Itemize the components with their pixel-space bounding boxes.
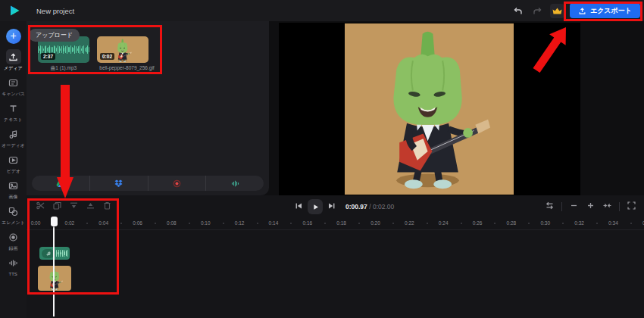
dropbox-button[interactable] [89,176,148,191]
next-frame-button[interactable] [327,200,336,214]
ruler-subtick [630,223,632,224]
copy-button[interactable] [52,200,62,214]
project-title: New project [36,7,74,15]
previous-frame-button[interactable] [294,200,303,214]
elements-icon [6,204,21,219]
split-button[interactable] [36,200,45,214]
ruler-tick-label: 0:26 [473,220,483,226]
sidebar-item-text[interactable]: テキスト [0,101,27,123]
ruler-subtick [290,223,292,224]
media-filename: 曲1 (1).mp3 [33,65,95,72]
sidebar-item-label: ビデオ [6,168,20,174]
ruler-subtick [427,223,428,224]
text-icon [6,101,21,116]
topbar: New project エクスポート [0,0,644,21]
sidebar-item-media[interactable]: メディア [0,49,27,72]
ruler-tick-label: 0:24 [439,220,449,226]
ruler-subtick [86,223,88,224]
ruler-tick-label: 0:16 [302,220,312,226]
timeline: 0:00.97 / 0:02.00 0:000:020:040:060:080:… [27,195,644,318]
total-time: 0:02.00 [373,203,394,210]
canvas-icon [6,75,21,90]
ruler-subtick [494,223,496,224]
ruler-subtick [392,223,394,224]
sidebar-item-label: TTS [9,271,17,276]
ruler-subtick [562,223,564,224]
playhead-handle[interactable] [51,217,58,226]
audio-record-button[interactable] [205,176,264,191]
add-media-button[interactable]: + [6,29,21,44]
ruler-subtick [324,223,326,224]
tts-waveform-icon [6,255,21,270]
audio-levels-icon [231,179,239,188]
playhead-line [53,220,55,316]
ruler-tick-label: 0:28 [507,220,517,226]
ruler-tick-label: 0:00 [31,220,41,226]
duration-badge: 2:37 [41,53,55,60]
sidebar-item-tts[interactable]: TTS [0,255,27,276]
screen-record-icon [173,179,181,188]
dropbox-icon [114,179,123,188]
export-button-label: エクスポート [590,6,632,16]
fullscreen-button[interactable] [627,200,636,214]
ruler-tick-label: 0:14 [269,220,279,226]
upgrade-crown-button[interactable] [550,4,564,18]
image-icon [6,178,21,193]
record-icon [6,229,21,245]
delete-button[interactable] [102,200,112,214]
sidebar-item-label: テキスト [4,117,22,123]
play-button[interactable] [308,199,323,214]
sidebar-item-label: キャンバス [2,91,25,97]
app-logo-icon [8,4,21,17]
sidebar: + メディア キャンバス テキスト オーディオ ビデオ 画像 エレメント [0,21,27,318]
undo-button[interactable] [511,4,525,18]
ruler-tick-label: 0:18 [336,220,346,226]
ruler-subtick [528,223,530,224]
video-icon [6,152,21,167]
time-display: 0:00.97 / 0:02.00 [345,203,394,210]
zoom-to-fit-button[interactable] [602,200,612,214]
ruler-subtick [223,223,224,224]
timeline-ruler[interactable]: 0:000:020:040:060:080:100:120:140:160:18… [27,218,644,230]
sidebar-item-image[interactable]: 画像 [0,178,27,201]
screen-record-button[interactable] [148,176,206,191]
sidebar-item-audio[interactable]: オーディオ [0,126,27,149]
trim-left-button[interactable] [69,200,79,214]
export-button[interactable]: エクスポート [570,3,640,18]
media-panel: アップロード 2:37 0:02 曲1 (1).mp3 bell-pepper-… [27,21,269,195]
sidebar-item-elements[interactable]: エレメント [0,204,27,226]
export-upload-icon [578,7,586,15]
video-preview [279,23,580,195]
ruler-subtick [358,223,360,224]
google-drive-button[interactable] [32,176,89,191]
zoom-in-button[interactable] [586,200,596,214]
sidebar-item-label: メディア [4,65,22,71]
trim-right-button[interactable] [86,200,95,214]
sidebar-item-record[interactable]: 録画 [0,229,27,252]
sidebar-item-label: オーディオ [2,142,24,148]
sidebar-item-label: エレメント [2,220,25,226]
current-time: 0:00.97 [345,203,367,210]
zoom-out-button[interactable] [569,200,579,214]
video-editor-app: New project エクスポート + メディア キャンバス [0,0,644,318]
ruler-tick-label: 0:02 [65,220,75,226]
redo-button[interactable] [530,4,545,18]
ruler-subtick [596,223,598,224]
ruler-tick-label: 0:20 [370,220,380,226]
upload-icon [6,49,21,64]
ruler-tick-label: 0:32 [574,220,584,226]
google-drive-icon [56,179,64,188]
ruler-tick-label: 0:10 [201,220,211,226]
sidebar-item-video[interactable]: ビデオ [0,152,27,175]
duration-badge: 0:02 [100,53,114,60]
media-item-gif[interactable]: 0:02 [97,36,148,63]
preview-canvas [345,23,514,195]
media-filename: bell-pepper-8079_256.gif [87,65,167,70]
ruler-subtick [189,223,190,224]
ruler-subtick [120,223,122,224]
music-note-icon [6,126,21,142]
fit-timeline-button[interactable] [545,200,555,214]
playhead[interactable] [49,217,58,316]
timeline-toolbar: 0:00.97 / 0:02.00 [27,197,644,217]
sidebar-item-canvas[interactable]: キャンバス [0,75,27,98]
